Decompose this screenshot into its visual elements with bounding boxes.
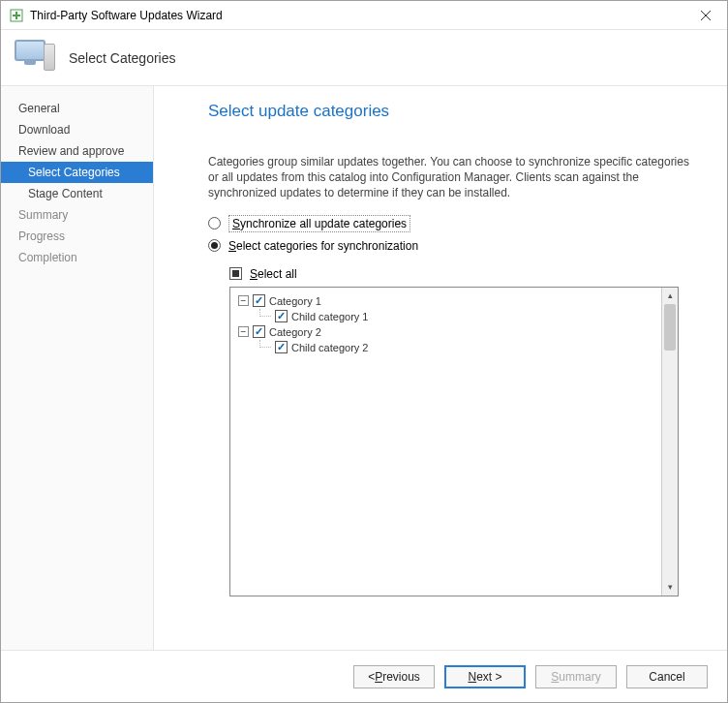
- wizard-body: General Download Review and approve Sele…: [1, 86, 727, 650]
- scroll-track[interactable]: [662, 304, 678, 579]
- scroll-down-icon[interactable]: ▾: [662, 579, 678, 596]
- tree-items: − Category 1 Child category 1 −: [230, 288, 661, 596]
- radio-sync-all[interactable]: Synchronize all update categories: [208, 215, 700, 232]
- collapse-icon[interactable]: −: [238, 326, 249, 337]
- window-title: Third-Party Software Updates Wizard: [30, 9, 683, 22]
- computer-icon: [15, 38, 55, 78]
- sidebar-item-download[interactable]: Download: [1, 119, 153, 140]
- tree-item-label: Child category 2: [291, 342, 369, 353]
- category-tree: − Category 1 Child category 1 −: [229, 287, 679, 596]
- collapse-icon[interactable]: −: [238, 295, 249, 306]
- checkbox-icon[interactable]: [275, 310, 288, 322]
- select-all-label: Select all: [250, 267, 297, 281]
- wizard-footer: < Previous Next > Summary Cancel: [1, 650, 727, 702]
- checkbox-icon[interactable]: [253, 325, 265, 338]
- sidebar-item-stage-content[interactable]: Stage Content: [1, 183, 153, 204]
- sidebar-item-select-categories[interactable]: Select Categories: [1, 162, 153, 183]
- checkbox-icon[interactable]: [253, 294, 265, 307]
- tree-item-category-1[interactable]: − Category 1: [234, 293, 657, 309]
- tree-item-label: Child category 1: [291, 311, 369, 322]
- radio-sync-all-label: Synchronize all update categories: [228, 215, 410, 232]
- cancel-button[interactable]: Cancel: [626, 665, 708, 688]
- close-button[interactable]: [683, 1, 727, 30]
- wizard-content: Select update categories Categories grou…: [154, 86, 727, 650]
- svg-rect-2: [15, 12, 17, 19]
- wizard-sidebar: General Download Review and approve Sele…: [1, 86, 154, 650]
- wizard-header: Select Categories: [1, 30, 727, 86]
- radio-select-categories[interactable]: Select categories for synchronization: [208, 238, 700, 254]
- page-description: Categories group similar updates togethe…: [208, 154, 700, 201]
- header-title: Select Categories: [69, 50, 176, 66]
- sidebar-item-general[interactable]: General: [1, 98, 153, 119]
- tree-item-child-1[interactable]: Child category 1: [234, 309, 657, 324]
- tree-item-category-2[interactable]: − Category 2: [234, 324, 657, 340]
- select-all-checkbox[interactable]: Select all: [229, 267, 700, 281]
- checkbox-indeterminate-icon: [229, 267, 242, 280]
- app-icon: [9, 8, 24, 23]
- summary-button: Summary: [535, 665, 617, 688]
- tree-item-child-2[interactable]: Child category 2: [234, 340, 657, 355]
- category-tree-container: − Category 1 Child category 1 −: [229, 287, 700, 596]
- previous-button[interactable]: < Previous: [353, 665, 435, 688]
- titlebar: Third-Party Software Updates Wizard: [1, 1, 727, 30]
- radio-select-label: Select categories for synchronization: [228, 238, 418, 254]
- wizard-window: Third-Party Software Updates Wizard Sele…: [0, 0, 728, 703]
- checkbox-icon[interactable]: [275, 341, 288, 353]
- sidebar-item-summary[interactable]: Summary: [1, 204, 153, 226]
- scroll-up-icon[interactable]: ▴: [662, 288, 678, 304]
- tree-item-label: Category 1: [269, 295, 321, 307]
- tree-item-label: Category 2: [269, 326, 321, 338]
- sidebar-item-review[interactable]: Review and approve: [1, 140, 153, 162]
- page-title: Select update categories: [208, 102, 700, 121]
- sidebar-item-completion[interactable]: Completion: [1, 247, 153, 268]
- close-icon: [701, 11, 711, 20]
- next-button[interactable]: Next >: [444, 665, 526, 688]
- radio-icon: [208, 239, 221, 252]
- sidebar-item-progress[interactable]: Progress: [1, 226, 153, 247]
- radio-icon: [208, 217, 221, 229]
- tree-scrollbar[interactable]: ▴ ▾: [661, 288, 678, 596]
- scroll-thumb[interactable]: [664, 304, 676, 351]
